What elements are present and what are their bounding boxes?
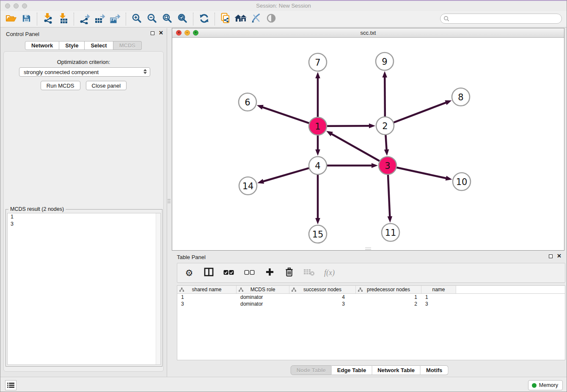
graph-node-11[interactable]: 11 [382, 224, 399, 241]
graph-node-2[interactable]: 2 [376, 117, 394, 135]
cell-name[interactable]: 3 [421, 301, 456, 307]
cell-successor-nodes[interactable]: 3 [289, 301, 356, 307]
network-canvas[interactable]: 7968124314101511 [172, 38, 564, 250]
memory-label: Memory [539, 382, 558, 388]
column-header-name[interactable]: name [421, 286, 456, 293]
zoom-selected-icon [177, 13, 187, 25]
cell-successor-nodes[interactable]: 4 [289, 294, 356, 301]
graph-node-9[interactable]: 9 [376, 52, 394, 70]
network-maximize-button[interactable]: + [193, 30, 198, 36]
canvas-splitter-handle[interactable] [365, 248, 371, 250]
graph-node-6[interactable]: 6 [239, 93, 256, 111]
close-window-button[interactable] [5, 3, 10, 8]
cell-predecessor-nodes[interactable]: 2 [356, 301, 421, 307]
export-image-button[interactable] [107, 12, 123, 26]
column-header-successor-nodes[interactable]: successor nodes [289, 286, 356, 293]
zoom-selected-button[interactable] [175, 12, 190, 26]
first-neighbors-button[interactable] [233, 12, 248, 26]
zoom-window-button[interactable] [22, 3, 27, 8]
search-input[interactable] [449, 15, 561, 22]
open-file-button[interactable] [3, 12, 19, 26]
graph-node-8[interactable]: 8 [452, 88, 470, 106]
show-columns-button[interactable] [204, 267, 214, 279]
close-panel-button[interactable]: Close panel [86, 81, 127, 90]
graph-edge-3-10[interactable] [396, 167, 448, 178]
tab-motifs[interactable]: Motifs [421, 365, 448, 375]
import-table-button[interactable] [55, 12, 71, 26]
cell-MCDS-role[interactable]: dominator [237, 294, 289, 301]
network-minimize-button[interactable]: − [184, 30, 190, 36]
cell-name[interactable]: 1 [421, 294, 456, 301]
refresh-view-button[interactable] [196, 12, 212, 26]
close-panel-icon[interactable]: ✕ [159, 30, 163, 36]
panel-list-button[interactable] [5, 380, 17, 390]
network-close-button[interactable]: ✕ [176, 30, 182, 36]
graph-edge-3-1[interactable] [330, 133, 380, 161]
criterion-dropdown[interactable]: strongly connected component [19, 67, 150, 77]
zoom-fit-button[interactable] [160, 12, 175, 26]
minimize-window-button[interactable] [14, 3, 19, 8]
cell-shared-name[interactable]: 3 [177, 301, 237, 307]
panel-splitter-handle[interactable] [168, 197, 171, 205]
column-header-shared-name[interactable]: shared name [177, 286, 237, 293]
graph-node-15[interactable]: 15 [309, 225, 327, 243]
tab-mcds[interactable]: MCDS [113, 41, 142, 50]
graph-node-7[interactable]: 7 [309, 53, 327, 71]
graph-edge-2-3[interactable] [385, 135, 386, 151]
tab-edge-table[interactable]: Edge Table [332, 365, 372, 375]
export-table-button[interactable] [92, 12, 107, 26]
cell-MCDS-role[interactable]: dominator [237, 301, 289, 307]
cell-predecessor-nodes[interactable]: 1 [356, 294, 421, 301]
graph-edge-2-8[interactable] [394, 102, 448, 122]
graph-node-label: 14 [242, 181, 254, 191]
column-header-MCDS-role[interactable]: MCDS role [237, 286, 289, 293]
column-header-predecessor-nodes[interactable]: predecessor nodes [356, 286, 421, 293]
graph-edge-2-9[interactable] [385, 76, 385, 117]
cell-shared-name[interactable]: 1 [177, 294, 237, 301]
table-row[interactable]: 3dominator323 [177, 301, 565, 307]
control-panel-tabs: NetworkStyleSelectMCDS [25, 41, 142, 50]
select-all-columns-button[interactable] [223, 267, 234, 279]
table-settings-button[interactable]: ⚙ [184, 267, 194, 279]
graphics-details-button[interactable] [248, 12, 264, 26]
graph-node-14[interactable]: 14 [239, 177, 257, 195]
tab-network-table[interactable]: Network Table [372, 365, 421, 375]
graph-edge-4-14[interactable] [262, 168, 309, 182]
run-mcds-button[interactable]: Run MCDS [41, 81, 80, 90]
graph-edge-arrowhead [372, 163, 378, 168]
graph-node-4[interactable]: 4 [309, 157, 327, 174]
zoom-out-button[interactable] [144, 12, 160, 26]
float-panel-icon[interactable] [151, 31, 154, 35]
clear-column-selection-button[interactable] [244, 267, 255, 279]
tab-style[interactable]: Style [59, 41, 85, 50]
float-table-panel-icon[interactable] [549, 254, 553, 258]
table-row[interactable]: 1dominator411 [177, 294, 565, 301]
tab-network[interactable]: Network [25, 41, 59, 50]
mcds-result-item[interactable]: 1 [8, 213, 160, 221]
show-columns-icon [204, 268, 214, 278]
zoom-in-button[interactable] [129, 12, 144, 26]
tab-node-table[interactable]: Node Table [291, 365, 332, 375]
save-session-button[interactable] [19, 12, 34, 26]
table-panel-title: Table Panel [177, 254, 206, 260]
graph-node-1[interactable]: 1 [309, 117, 327, 135]
birds-eye-view-button[interactable] [264, 12, 279, 26]
close-table-panel-icon[interactable]: ✕ [557, 254, 561, 259]
export-network-button[interactable] [77, 12, 92, 26]
tab-select[interactable]: Select [85, 41, 113, 50]
add-column-button[interactable] [264, 267, 275, 279]
memory-button[interactable]: Memory [528, 380, 563, 390]
delete-columns-button[interactable] [284, 267, 294, 279]
clone-network-button[interactable] [218, 12, 233, 26]
select-all-columns-icon [223, 269, 234, 277]
mcds-result-list[interactable]: 13 [7, 213, 161, 365]
graph-node-3[interactable]: 3 [379, 157, 396, 174]
graph-node-10[interactable]: 10 [453, 173, 471, 190]
graph-edge-1-2[interactable] [327, 126, 371, 126]
graph-node-label: 1 [315, 121, 320, 132]
import-network-button[interactable] [40, 12, 55, 26]
graph-edge-1-6[interactable] [261, 107, 309, 123]
mcds-result-scrollbar[interactable] [156, 213, 160, 364]
mcds-result-item[interactable]: 3 [8, 221, 160, 228]
graph-edge-3-11[interactable] [388, 174, 390, 218]
